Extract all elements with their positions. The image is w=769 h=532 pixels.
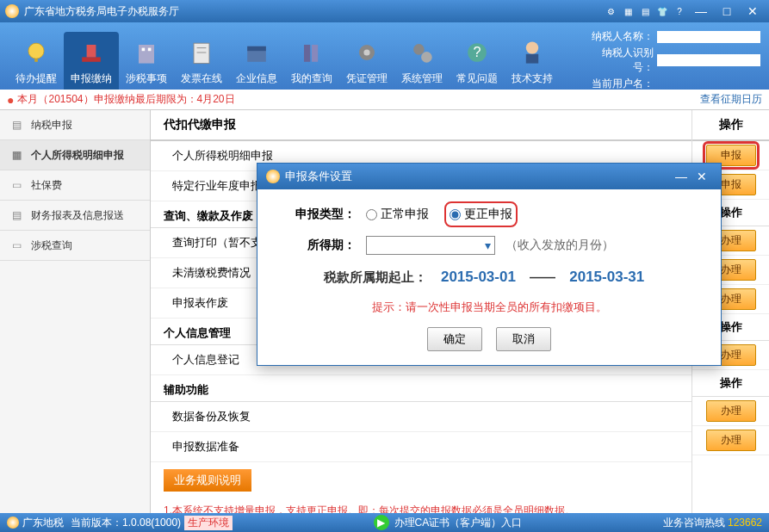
svg-point-0: [28, 43, 44, 59]
radio-label: 正常申报: [381, 207, 429, 222]
toolbar-label: 常见问题: [456, 71, 498, 86]
modal-buttons: 确定 取消: [278, 327, 700, 351]
gears-icon: [405, 35, 439, 70]
question-icon: ?: [460, 35, 494, 70]
brand-text: 广东地税: [22, 516, 64, 530]
current-user-label: 当前用户名：: [585, 77, 654, 91]
tool-icon-1[interactable]: ▦: [621, 5, 635, 17]
search-icon: ▭: [9, 238, 24, 253]
taxpayer-id-value: [657, 54, 760, 66]
list-item: 申报数据准备: [151, 432, 691, 462]
app-title: 广东省地方税务局电子办税服务厅: [24, 4, 604, 19]
date-to: 2015-03-31: [569, 269, 644, 285]
help-icon[interactable]: ?: [673, 5, 686, 17]
sidebar-item-label: 财务报表及信息报送: [31, 208, 124, 223]
sidebar-item-tax-query[interactable]: ▭涉税查询: [0, 231, 150, 261]
filing-condition-modal: 申报条件设置 — ✕ 申报类型： 正常申报 更正申报 所得期： （收入发放的月份…: [257, 163, 722, 366]
toolbar-item-invoice[interactable]: 发票在线: [174, 32, 229, 90]
tax-period-row: 税款所属期起止： 2015-03-01 —— 2015-03-31: [278, 269, 700, 286]
toolbar-item-todo[interactable]: 待办提醒: [9, 32, 64, 90]
sidebar-item-label: 涉税查询: [31, 238, 72, 253]
toolbar-label: 发票在线: [181, 71, 222, 86]
ca-link[interactable]: ▶办理CA证书（客户端）入口: [374, 515, 523, 530]
toolbar-item-tax[interactable]: 涉税事项: [119, 32, 174, 90]
svg-rect-1: [34, 59, 38, 62]
modal-close-button[interactable]: ✕: [691, 170, 712, 183]
sidebar-item-label: 纳税申报: [31, 118, 72, 133]
user-info: 纳税人名称： 纳税人识别号： 当前用户名：: [585, 29, 760, 93]
svg-rect-5: [142, 48, 146, 52]
action-cell: 办理: [692, 397, 769, 426]
svg-point-17: [421, 52, 432, 63]
date-from: 2015-03-01: [441, 269, 516, 285]
hotline-number: 123662: [728, 517, 762, 529]
status-right: 业务咨询热线 123662: [656, 516, 769, 530]
section-sub-header: 辅助功能: [151, 375, 691, 402]
radio-correction[interactable]: 更正申报: [450, 207, 512, 222]
svg-rect-4: [139, 45, 154, 64]
svg-rect-7: [194, 43, 209, 63]
toolbar-item-system[interactable]: 系统管理: [394, 32, 450, 90]
income-period-combo[interactable]: [366, 236, 495, 255]
svg-point-20: [526, 41, 538, 53]
alert-icon: ●: [7, 93, 14, 107]
tool-icon-2[interactable]: ▤: [638, 5, 652, 17]
gear-icon: [350, 35, 384, 70]
process-button[interactable]: 办理: [706, 400, 756, 422]
date-separator: ——: [530, 269, 555, 284]
close-button[interactable]: ✕: [741, 3, 764, 20]
folder-icon: [239, 35, 274, 70]
modal-hint: 提示：请一次性申报当期全员的所有扣缴项目。: [278, 300, 700, 315]
taxpayer-id-label: 纳税人识别号：: [585, 46, 654, 75]
cancel-button[interactable]: 取消: [496, 327, 551, 351]
toolbar-item-support[interactable]: 技术支持: [505, 32, 560, 90]
play-icon: ▶: [374, 515, 389, 530]
toolbar-label: 凭证管理: [346, 71, 388, 86]
svg-rect-3: [87, 45, 96, 57]
modal-icon: [266, 170, 280, 183]
app-icon: [5, 4, 19, 18]
toolbar-item-query[interactable]: 我的查询: [284, 32, 339, 90]
toolbar-item-cert[interactable]: 凭证管理: [339, 32, 394, 90]
income-period-label: 所得期：: [278, 238, 356, 253]
sidebar-item-social[interactable]: ▭社保费: [0, 170, 150, 201]
main-toolbar: 待办提醒 申报缴纳 涉税事项 发票在线 企业信息 我的查询 凭证管理 系统管理 …: [0, 22, 769, 90]
toolbar-item-company[interactable]: 企业信息: [229, 32, 284, 90]
action-header: 操作: [692, 110, 769, 141]
svg-point-15: [363, 49, 369, 55]
title-bar: 广东省地方税务局电子办税服务厅 ⚙ ▦ ▤ 👕 ? — □ ✕: [0, 0, 769, 22]
list-item: 数据备份及恢复: [151, 402, 691, 432]
skin-icon[interactable]: 👕: [655, 5, 669, 17]
settings-icon[interactable]: ⚙: [604, 5, 617, 17]
svg-text:?: ?: [473, 44, 481, 59]
window-toolbar: ⚙ ▦ ▤ 👕 ? — □ ✕: [604, 3, 764, 20]
report-icon: ▤: [9, 207, 24, 223]
svg-rect-21: [526, 54, 538, 64]
toolbar-label: 待办提醒: [16, 71, 57, 86]
stamp-icon: [74, 35, 109, 70]
toolbar-item-faq[interactable]: ? 常见问题: [450, 32, 505, 90]
radio-normal[interactable]: 正常申报: [366, 207, 429, 222]
support-icon: [515, 35, 549, 70]
sidebar-item-label: 社保费: [31, 178, 62, 193]
process-button[interactable]: 办理: [706, 430, 756, 451]
maximize-button[interactable]: □: [716, 3, 738, 20]
modal-minimize-button[interactable]: —: [671, 170, 691, 183]
radio-label: 更正申报: [464, 207, 512, 222]
svg-point-16: [413, 44, 425, 55]
sidebar-item-label: 个人所得税明细申报: [31, 148, 124, 163]
section-header: 代扣代缴申报: [151, 110, 691, 141]
status-left: 广东地税 当前版本：1.0.08(1000) 生产环境: [0, 516, 239, 530]
sidebar-item-tax-filing[interactable]: ▤纳税申报: [0, 110, 150, 140]
minimize-button[interactable]: —: [690, 3, 712, 20]
calendar-link[interactable]: 查看征期日历: [700, 92, 762, 107]
tax-period-label: 税款所属期起止：: [324, 269, 427, 284]
toolbar-item-filing[interactable]: 申报缴纳: [64, 32, 119, 90]
sidebar: ▤纳税申报 ▦个人所得税明细申报 ▭社保费 ▤财务报表及信息报送 ▭涉税查询: [0, 110, 151, 513]
sidebar-item-finance[interactable]: ▤财务报表及信息报送: [0, 201, 150, 231]
svg-rect-12: [304, 45, 310, 62]
svg-rect-6: [148, 48, 152, 52]
ok-button[interactable]: 确定: [427, 327, 482, 351]
sidebar-item-personal-tax[interactable]: ▦个人所得税明细申报: [0, 140, 150, 170]
modal-body: 申报类型： 正常申报 更正申报 所得期： （收入发放的月份） 税款所属期起止： …: [257, 189, 721, 365]
